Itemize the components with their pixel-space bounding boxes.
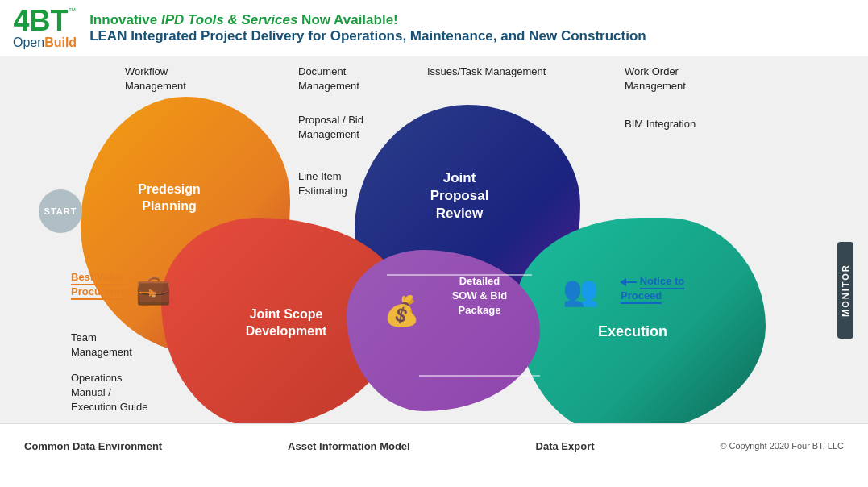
monitor-label: MONITOR [837, 242, 853, 339]
issues-task-label: Issues/Task Management [427, 65, 546, 79]
common-data-label: Common Data Environment [24, 440, 162, 452]
label-jsd: Joint ScopeDevelopment [222, 306, 351, 340]
notice-to-proceed-container: Notice toProceed [621, 274, 684, 303]
header: 4BT ™ OpenBuild Innovative IPD Tools & S… [0, 0, 868, 56]
logo-open: Open [13, 35, 44, 49]
logo-build: Build [44, 35, 77, 49]
logo-4bt: 4BT [14, 6, 69, 35]
work-order-label: Work OrderManagement [625, 65, 686, 94]
logo-openbuild: OpenBuild [13, 35, 77, 50]
money-bag-icon: 💰 [384, 294, 420, 328]
bottom-bar: Common Data Environment Asset Informatio… [0, 423, 868, 468]
notice-text: Notice toProceed [621, 275, 684, 304]
best-value-text: Best ValueProcurement [71, 271, 135, 300]
proposal-bid-label: Proposal / BidManagement [298, 113, 363, 142]
main-diagram: START MONITOR PredesignPlanning Joint Sc… [0, 56, 868, 468]
workflow-management-label: WorkflowManagement [125, 65, 186, 94]
label-sow: DetailedSOW & BidPackage [427, 274, 532, 318]
asset-info-label: Asset Information Model [288, 440, 410, 452]
jpr-divider [387, 274, 532, 276]
data-export-label: Data Export [536, 440, 595, 452]
header-line1-italic: IPD Tools & Services [161, 12, 297, 27]
header-line1-prefix: Innovative [89, 12, 161, 27]
logo-container: 4BT ™ OpenBuild [13, 6, 77, 50]
document-management-label: DocumentManagement [298, 65, 359, 94]
best-value-container: Best ValueProcurement [71, 270, 155, 299]
best-value-label: Best ValueProcurement [71, 270, 155, 299]
notice-arrow [621, 281, 637, 283]
start-label: START [39, 189, 82, 233]
logo-tm: ™ [69, 6, 77, 15]
label-predesign: PredesignPlanning [113, 181, 226, 215]
people-icon: 👥 [563, 274, 599, 308]
header-line1-suffix: Now Available! [297, 12, 397, 27]
bim-integration-label: BIM Integration [625, 117, 696, 131]
best-value-arrow [139, 292, 155, 293]
header-text: Innovative IPD Tools & Services Now Avai… [89, 12, 646, 44]
copyright: © Copyright 2020 Four BT, LLC [720, 441, 844, 451]
header-line1: Innovative IPD Tools & Services Now Avai… [89, 12, 646, 28]
header-line2: LEAN Integrated Project Delivery for Ope… [89, 28, 646, 44]
sow-divider [419, 375, 540, 377]
ops-manual-label: OperationsManual /Execution Guide [71, 371, 147, 415]
team-management-label: TeamManagement [71, 331, 132, 360]
label-jpr: JointProposalReview [395, 169, 524, 223]
label-execution: Execution [572, 323, 693, 341]
notice-to-proceed-label: Notice toProceed [621, 274, 684, 303]
line-item-label: Line ItemEstimating [298, 169, 347, 198]
start-circle: START [39, 189, 82, 233]
